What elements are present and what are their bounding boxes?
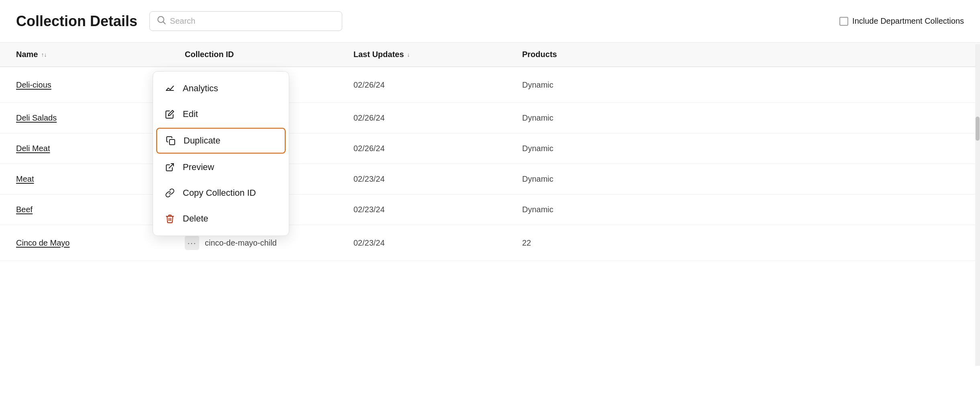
menu-edit-label: Edit: [183, 109, 198, 119]
col-header-last-updates: Last Updates ↓: [353, 50, 522, 59]
scrollbar-thumb[interactable]: [976, 117, 980, 141]
row-date: 02/23/24: [353, 238, 522, 248]
row-date: 02/26/24: [353, 80, 522, 90]
row-name[interactable]: Cinco de Mayo: [16, 238, 185, 248]
duplicate-icon: [165, 135, 176, 146]
table-row: Meat 02/23/24 Dynamic: [0, 164, 980, 195]
row-collection-id: cinco-de-mayo-child: [205, 238, 277, 248]
context-menu: Analytics Edit: [153, 71, 289, 236]
last-updates-sort-icon[interactable]: ↓: [407, 51, 410, 58]
svg-line-1: [163, 22, 165, 24]
search-box[interactable]: [149, 11, 342, 31]
row-products: Dynamic: [522, 205, 964, 214]
include-dept-label: Include Department Collections: [852, 16, 964, 26]
table-header: Name ↑↓ Collection ID Last Updates ↓ Pro…: [0, 43, 980, 67]
row-products: 22: [522, 238, 964, 248]
menu-item-analytics[interactable]: Analytics: [153, 76, 289, 101]
row-date: 02/26/24: [353, 113, 522, 123]
collection-table: Name ↑↓ Collection ID Last Updates ↓ Pro…: [0, 43, 980, 261]
row-date: 02/26/24: [353, 144, 522, 153]
menu-item-edit[interactable]: Edit: [153, 101, 289, 127]
col-header-collection-id: Collection ID: [185, 50, 353, 59]
col-header-name: Name ↑↓: [16, 50, 185, 59]
row-date: 02/23/24: [353, 174, 522, 184]
col-header-products: Products: [522, 50, 964, 59]
scrollbar-track[interactable]: [975, 44, 980, 366]
row-date: 02/23/24: [353, 205, 522, 214]
svg-rect-3: [169, 139, 175, 145]
table-row: Deli-cious ··· deli-cious 02/26/24 Dynam…: [0, 67, 980, 103]
link-icon: [164, 187, 176, 199]
header-right: Include Department Collections: [839, 16, 964, 26]
search-input[interactable]: [170, 16, 335, 26]
include-dept-checkbox[interactable]: [839, 17, 848, 26]
menu-copy-collection-id-label: Copy Collection ID: [183, 188, 256, 198]
include-dept-checkbox-label[interactable]: Include Department Collections: [839, 16, 964, 26]
menu-delete-label: Delete: [183, 213, 208, 224]
table-row: Beef 02/23/24 Dynamic: [0, 195, 980, 225]
menu-analytics-label: Analytics: [183, 83, 218, 94]
menu-item-delete[interactable]: Delete: [153, 206, 289, 232]
menu-preview-label: Preview: [183, 162, 214, 172]
svg-point-0: [158, 16, 164, 23]
table-row: Cinco de Mayo ··· cinco-de-mayo-child 02…: [0, 225, 980, 261]
edit-icon: [164, 109, 176, 120]
preview-icon: [164, 162, 176, 173]
page-title: Collection Details: [16, 13, 137, 30]
more-options-button[interactable]: ···: [185, 236, 199, 250]
chart-icon: [164, 83, 176, 94]
page-header: Collection Details Include Department Co…: [0, 0, 980, 43]
row-products: Dynamic: [522, 80, 964, 90]
menu-item-duplicate[interactable]: Duplicate: [156, 128, 286, 154]
svg-line-4: [169, 164, 174, 168]
row-id-cell: ··· cinco-de-mayo-child: [185, 236, 353, 250]
menu-duplicate-label: Duplicate: [184, 135, 220, 146]
search-icon: [157, 16, 166, 27]
menu-item-copy-collection-id[interactable]: Copy Collection ID: [153, 180, 289, 206]
table-row: Deli Salads 02/26/24 Dynamic: [0, 103, 980, 133]
menu-item-preview[interactable]: Preview: [153, 154, 289, 180]
row-products: Dynamic: [522, 174, 964, 184]
table-row: Deli Meat 02/26/24 Dynamic: [0, 133, 980, 164]
name-sort-icon[interactable]: ↑↓: [41, 51, 47, 58]
row-products: Dynamic: [522, 144, 964, 153]
row-products: Dynamic: [522, 113, 964, 123]
trash-icon: [164, 213, 176, 224]
